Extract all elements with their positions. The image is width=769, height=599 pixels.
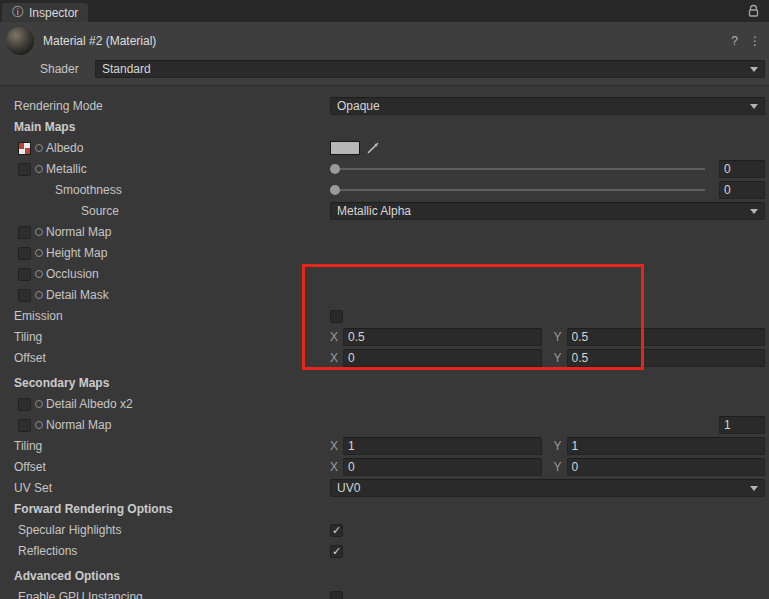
row-specular-highlights: Specular Highlights ✓ <box>0 520 765 540</box>
normal-map-texture-slot[interactable] <box>18 226 31 239</box>
shader-dropdown[interactable]: Standard <box>95 60 765 78</box>
uv-set-dropdown[interactable]: UV0 <box>330 479 765 497</box>
slider-thumb[interactable] <box>330 164 340 174</box>
chevron-down-icon <box>750 209 758 214</box>
x-axis-label: X <box>330 460 338 474</box>
normal-map-secondary-texture-slot[interactable] <box>18 419 31 432</box>
metallic-value-input[interactable] <box>719 160 765 178</box>
y-axis-label: Y <box>554 330 562 344</box>
smoothness-value-input[interactable] <box>719 181 765 199</box>
x-axis-label: X <box>330 439 338 453</box>
normal-map-label: Normal Map <box>46 225 111 239</box>
detail-albedo-texture-slot[interactable] <box>18 398 31 411</box>
row-source: Source Metallic Alpha <box>0 201 765 221</box>
material-title: Material #2 (Material) <box>43 34 731 48</box>
y-axis-label: Y <box>554 439 562 453</box>
shader-label: Shader <box>40 62 95 76</box>
row-smoothness: Smoothness <box>0 180 765 200</box>
object-picker-icon[interactable] <box>35 270 43 278</box>
detail-albedo-label-group: Detail Albedo x2 <box>0 397 330 411</box>
rendering-mode-dropdown[interactable]: Opaque <box>330 97 765 115</box>
reflections-label: Reflections <box>0 544 330 558</box>
occlusion-label: Occlusion <box>46 267 99 281</box>
tiling-main-label: Tiling <box>0 330 330 344</box>
object-picker-icon[interactable] <box>35 400 43 408</box>
smoothness-slider[interactable] <box>330 183 705 197</box>
rendering-mode-value: Opaque <box>337 99 380 113</box>
slider-track <box>330 168 705 170</box>
row-offset-secondary: Offset X Y <box>0 457 765 477</box>
source-value: Metallic Alpha <box>337 204 411 218</box>
material-preview-sphere <box>6 27 34 55</box>
gpu-instancing-checkbox[interactable] <box>330 591 343 599</box>
emission-label: Emission <box>0 309 330 323</box>
object-picker-icon[interactable] <box>35 144 43 152</box>
kebab-menu-icon[interactable]: ⋮ <box>749 34 761 48</box>
secondary-maps-heading: Secondary Maps <box>0 376 330 390</box>
lock-icon[interactable] <box>747 4 760 18</box>
slider-track <box>330 189 705 191</box>
unity-inspector-window: { "tabbar": { "tab": "Inspector" }, "hea… <box>0 0 769 599</box>
object-picker-icon[interactable] <box>35 165 43 173</box>
detail-mask-label-group: Detail Mask <box>0 288 330 302</box>
normal-map-label-group: Normal Map <box>0 225 330 239</box>
tiling-secondary-label: Tiling <box>0 439 330 453</box>
row-tiling-secondary: Tiling X Y <box>0 436 765 456</box>
row-normal-map-secondary: Normal Map <box>0 415 765 435</box>
offset-secondary-x-input[interactable] <box>343 458 541 476</box>
specular-highlights-checkbox[interactable]: ✓ <box>330 524 343 537</box>
normal-map-secondary-label: Normal Map <box>46 418 111 432</box>
y-axis-label: Y <box>554 460 562 474</box>
chevron-down-icon <box>750 486 758 491</box>
source-dropdown[interactable]: Metallic Alpha <box>330 202 765 220</box>
detail-mask-texture-slot[interactable] <box>18 289 31 302</box>
detail-mask-label: Detail Mask <box>46 288 109 302</box>
inspector-info-icon: ⓘ <box>12 4 24 21</box>
row-occlusion: Occlusion <box>0 264 765 284</box>
header-icons: ? ⋮ <box>731 34 765 48</box>
tab-bar: ⓘ Inspector <box>0 0 769 22</box>
object-picker-icon[interactable] <box>35 228 43 236</box>
metallic-texture-slot[interactable] <box>18 163 31 176</box>
albedo-label-group: Albedo <box>0 141 330 155</box>
row-emission: Emission <box>0 306 765 326</box>
object-picker-icon[interactable] <box>35 291 43 299</box>
specular-highlights-label: Specular Highlights <box>0 523 330 537</box>
albedo-color-swatch[interactable] <box>330 141 360 155</box>
check-icon: ✓ <box>332 546 341 557</box>
gpu-instancing-label: Enable GPU Instancing <box>0 590 330 599</box>
chevron-down-icon <box>750 67 758 72</box>
reflections-checkbox[interactable]: ✓ <box>330 545 343 558</box>
row-tiling-main: Tiling X Y <box>0 327 765 347</box>
tiling-secondary-y-input[interactable] <box>567 437 765 455</box>
object-picker-icon[interactable] <box>35 249 43 257</box>
eyedropper-icon[interactable] <box>366 141 380 155</box>
height-map-texture-slot[interactable] <box>18 247 31 260</box>
row-forward-rendering-options: Forward Rendering Options <box>0 499 765 519</box>
occlusion-texture-slot[interactable] <box>18 268 31 281</box>
shader-row: Shader Standard <box>6 60 765 78</box>
tiling-main-x-input[interactable] <box>343 328 541 346</box>
normal-map-secondary-scale-input[interactable] <box>719 416 765 434</box>
albedo-texture-thumbnail[interactable] <box>18 142 31 155</box>
slider-thumb[interactable] <box>330 185 340 195</box>
offset-main-y-input[interactable] <box>567 349 765 367</box>
detail-albedo-label: Detail Albedo x2 <box>46 397 133 411</box>
emission-checkbox[interactable] <box>330 310 343 323</box>
rendering-mode-label: Rendering Mode <box>0 99 330 113</box>
tabbar-right <box>747 4 760 18</box>
row-advanced-options: Advanced Options <box>0 566 765 586</box>
height-map-label-group: Height Map <box>0 246 330 260</box>
tiling-main-y-input[interactable] <box>567 328 765 346</box>
material-properties: Rendering Mode Opaque Main Maps Albedo <box>0 86 769 599</box>
offset-main-x-input[interactable] <box>343 349 541 367</box>
check-icon: ✓ <box>332 525 341 536</box>
tiling-secondary-x-input[interactable] <box>343 437 541 455</box>
metallic-slider[interactable] <box>330 162 705 176</box>
offset-secondary-y-input[interactable] <box>567 458 765 476</box>
row-detail-albedo: Detail Albedo x2 <box>0 394 765 414</box>
object-picker-icon[interactable] <box>35 421 43 429</box>
tab-inspector[interactable]: ⓘ Inspector <box>2 3 88 22</box>
help-icon[interactable]: ? <box>731 34 738 48</box>
row-secondary-maps: Secondary Maps <box>0 373 765 393</box>
